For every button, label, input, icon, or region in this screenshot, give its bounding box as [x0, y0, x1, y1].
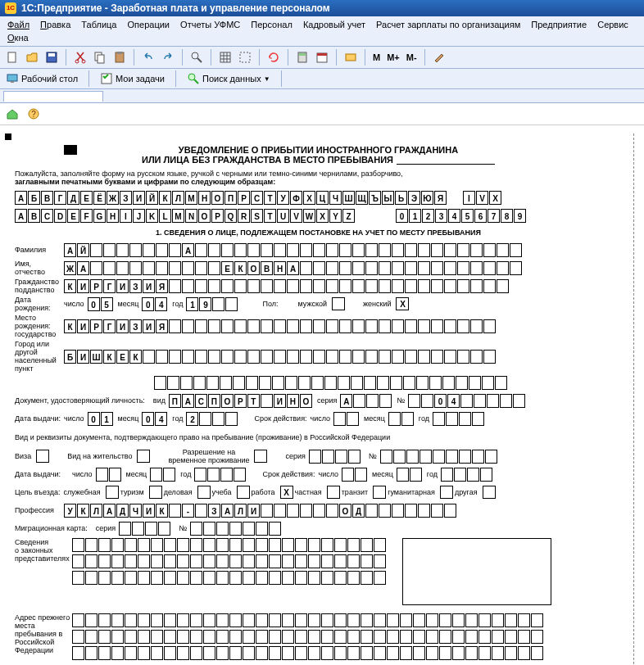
cell[interactable]	[510, 261, 522, 275]
cell[interactable]	[274, 243, 286, 257]
cell[interactable]	[243, 538, 255, 552]
cell[interactable]: И	[116, 279, 129, 293]
cell[interactable]	[379, 350, 391, 364]
cell[interactable]: X	[316, 209, 329, 223]
cell[interactable]: Ж	[107, 191, 119, 205]
cell[interactable]	[269, 646, 281, 660]
purpose-work[interactable]: X	[280, 486, 293, 499]
cell[interactable]	[229, 646, 242, 660]
cell[interactable]: О	[300, 394, 312, 408]
cell[interactable]	[400, 613, 412, 627]
cell[interactable]	[182, 261, 194, 275]
cell[interactable]	[347, 554, 360, 568]
cell[interactable]	[269, 630, 281, 644]
cell[interactable]	[313, 350, 325, 364]
cell[interactable]	[441, 468, 453, 482]
cell[interactable]: W	[303, 209, 315, 223]
cell[interactable]	[433, 450, 445, 464]
cell[interactable]	[156, 261, 168, 275]
cell[interactable]	[72, 630, 84, 644]
cell[interactable]: У	[277, 191, 289, 205]
cell[interactable]: И	[143, 279, 155, 293]
cell[interactable]: G	[93, 209, 106, 223]
cell[interactable]	[208, 319, 220, 333]
cell[interactable]: 9	[199, 297, 211, 311]
cell[interactable]	[483, 319, 496, 333]
cell[interactable]	[203, 613, 215, 627]
cell[interactable]: Л	[234, 504, 247, 518]
cell[interactable]	[321, 571, 333, 585]
cell[interactable]: Е	[221, 261, 234, 275]
cell[interactable]	[287, 504, 299, 518]
cell[interactable]: Е	[80, 191, 93, 205]
cell[interactable]	[311, 376, 324, 390]
cell[interactable]: Б	[28, 191, 40, 205]
cell[interactable]	[352, 261, 365, 275]
sex-male-checkbox[interactable]	[332, 297, 345, 310]
cell[interactable]	[365, 243, 378, 257]
cell[interactable]	[469, 376, 481, 390]
cell[interactable]	[474, 394, 486, 408]
cell[interactable]: X	[489, 191, 501, 205]
cell[interactable]: И	[143, 319, 155, 333]
calc-icon[interactable]	[293, 48, 311, 66]
cell[interactable]	[457, 261, 469, 275]
cell[interactable]: 4	[447, 394, 460, 408]
cell[interactable]	[431, 279, 443, 293]
purpose-other[interactable]	[483, 486, 496, 499]
cell[interactable]	[261, 319, 273, 333]
cell[interactable]	[256, 646, 268, 660]
cell[interactable]: С	[195, 394, 207, 408]
cell[interactable]	[221, 319, 234, 333]
cell[interactable]	[203, 571, 215, 585]
mem-m[interactable]: M	[370, 52, 383, 62]
cell[interactable]	[163, 468, 175, 482]
cell[interactable]	[426, 613, 438, 627]
cell[interactable]	[229, 522, 242, 536]
cell[interactable]: D	[54, 209, 66, 223]
cell[interactable]: А	[340, 394, 352, 408]
cell[interactable]: Ю	[421, 191, 433, 205]
cell[interactable]	[116, 243, 129, 257]
cell[interactable]: Я	[156, 319, 168, 333]
cell[interactable]	[355, 468, 367, 482]
cell[interactable]	[313, 243, 325, 257]
cell[interactable]	[72, 646, 84, 660]
cell[interactable]	[470, 279, 483, 293]
cell[interactable]	[459, 450, 471, 464]
menu-operations[interactable]: Операции	[124, 18, 174, 31]
cell[interactable]	[261, 350, 273, 364]
cell[interactable]	[111, 571, 124, 585]
cell[interactable]	[295, 630, 307, 644]
cell[interactable]	[295, 613, 307, 627]
cell[interactable]: 4	[155, 297, 167, 311]
cell[interactable]	[261, 243, 273, 257]
cell[interactable]	[405, 350, 417, 364]
open-icon[interactable]	[23, 48, 41, 66]
cell[interactable]	[379, 243, 391, 257]
cell[interactable]	[388, 412, 401, 426]
cell[interactable]	[203, 522, 215, 536]
cell[interactable]	[158, 522, 170, 536]
cell[interactable]	[321, 554, 333, 568]
cell[interactable]	[518, 613, 530, 627]
cell[interactable]	[125, 538, 137, 552]
cell[interactable]: Й	[146, 191, 158, 205]
cell[interactable]: О	[339, 504, 351, 518]
cell[interactable]	[229, 538, 242, 552]
tasks-button[interactable]: Мои задачи	[98, 71, 167, 86]
cell[interactable]: 0	[142, 297, 154, 311]
cell[interactable]	[282, 646, 294, 660]
cell[interactable]	[300, 350, 312, 364]
cell[interactable]	[261, 279, 273, 293]
cell[interactable]: 0	[88, 297, 100, 311]
cell[interactable]: К	[159, 191, 171, 205]
cell[interactable]	[439, 646, 451, 660]
cell[interactable]: V	[476, 191, 488, 205]
cell[interactable]	[452, 630, 465, 644]
cell[interactable]: Ё	[93, 191, 106, 205]
cell[interactable]	[470, 261, 483, 275]
cell[interactable]	[111, 554, 124, 568]
cell[interactable]	[392, 350, 404, 364]
cell[interactable]: В	[261, 261, 273, 275]
